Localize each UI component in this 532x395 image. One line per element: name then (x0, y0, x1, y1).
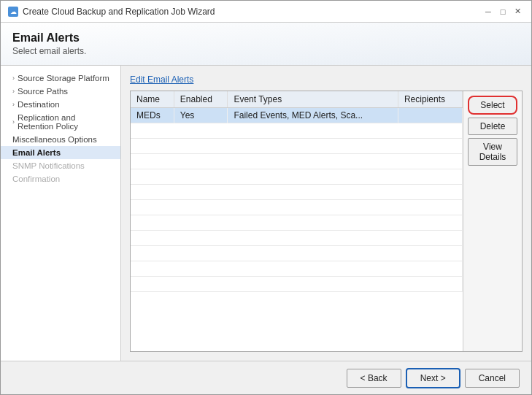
maximize-button[interactable]: □ (496, 5, 509, 18)
next-button[interactable]: Next > (406, 368, 460, 388)
window-title: Create Cloud Backup and Replication Job … (23, 7, 215, 17)
table-row[interactable] (131, 200, 463, 215)
cell-event-types: Failed Events, MED Alerts, Sca... (228, 108, 398, 123)
arrow-icon: › (12, 101, 15, 108)
sidebar-label: Replication and Retention Policy (18, 113, 113, 131)
sidebar-item-snmp-notifications: SNMP Notifications (1, 159, 120, 172)
table-row[interactable] (131, 169, 463, 185)
main-content: › Source Storage Platform › Source Paths… (1, 66, 531, 361)
side-buttons-panel: Select Delete View Details (463, 91, 522, 351)
sidebar-item-destination[interactable]: › Destination (1, 98, 120, 111)
edit-email-alerts-link[interactable]: Edit Email Alerts (130, 74, 523, 85)
sidebar-item-miscellaneous-options[interactable]: Miscellaneous Options (1, 133, 120, 146)
footer: < Back Next > Cancel (1, 361, 531, 394)
sidebar-item-source-paths[interactable]: › Source Paths (1, 85, 120, 98)
back-button[interactable]: < Back (347, 369, 401, 388)
cancel-button[interactable]: Cancel (465, 369, 520, 388)
arrow-icon: › (12, 118, 15, 126)
table-row[interactable] (131, 185, 463, 200)
app-icon: ☁ (8, 7, 18, 17)
page-subtitle: Select email alerts. (12, 46, 520, 56)
sidebar-item-confirmation: Confirmation (1, 172, 120, 185)
col-enabled: Enabled (174, 91, 228, 108)
table-with-buttons: Name Enabled Event Types Recipients MEDs… (131, 91, 522, 351)
sidebar-item-replication-retention[interactable]: › Replication and Retention Policy (1, 111, 120, 133)
sidebar-label: Destination (18, 100, 60, 109)
close-button[interactable]: ✕ (511, 5, 524, 18)
table-row[interactable] (131, 139, 463, 154)
table-row[interactable] (131, 277, 463, 292)
table-row[interactable]: MEDs Yes Failed Events, MED Alerts, Sca.… (131, 108, 463, 123)
email-alerts-table-container: Name Enabled Event Types Recipients MEDs… (130, 91, 523, 352)
title-bar-left: ☁ Create Cloud Backup and Replication Jo… (8, 7, 215, 17)
cell-name: MEDs (131, 108, 174, 123)
table-row[interactable] (131, 215, 463, 231)
title-bar-controls: ─ □ ✕ (482, 5, 524, 18)
sidebar-item-source-storage-platform[interactable]: › Source Storage Platform (1, 72, 120, 85)
table-header-row: Name Enabled Event Types Recipients (131, 91, 463, 108)
view-details-button[interactable]: View Details (468, 138, 517, 166)
cell-enabled: Yes (174, 108, 228, 123)
table-row[interactable] (131, 154, 463, 169)
table-row[interactable] (131, 261, 463, 277)
sidebar-label: SNMP Notifications (12, 161, 85, 170)
sidebar-label: Email Alerts (12, 148, 61, 157)
minimize-button[interactable]: ─ (482, 5, 495, 18)
col-event-types: Event Types (228, 91, 398, 108)
table-row[interactable] (131, 123, 463, 139)
table-row[interactable] (131, 231, 463, 246)
table-row[interactable] (131, 246, 463, 261)
sidebar-label: Source Paths (18, 87, 68, 96)
email-alerts-table: Name Enabled Event Types Recipients MEDs… (131, 91, 463, 351)
main-window: ☁ Create Cloud Backup and Replication Jo… (0, 0, 532, 395)
sidebar-label: Confirmation (12, 175, 60, 183)
title-bar: ☁ Create Cloud Backup and Replication Jo… (1, 1, 531, 23)
sidebar-label: Miscellaneous Options (12, 135, 97, 144)
col-name: Name (131, 91, 174, 108)
header-section: Email Alerts Select email alerts. (1, 23, 531, 66)
col-recipients: Recipients (398, 91, 462, 108)
select-button[interactable]: Select (468, 96, 517, 115)
sidebar-item-email-alerts[interactable]: Email Alerts (1, 146, 120, 159)
sidebar: › Source Storage Platform › Source Paths… (1, 66, 121, 361)
delete-button[interactable]: Delete (468, 118, 517, 135)
page-title: Email Alerts (12, 31, 520, 45)
content-area: Edit Email Alerts Name Enabled Event Typ… (121, 66, 531, 361)
arrow-icon: › (12, 88, 15, 95)
cell-recipients (398, 108, 462, 123)
arrow-icon: › (12, 74, 15, 82)
sidebar-label: Source Storage Platform (18, 74, 109, 83)
